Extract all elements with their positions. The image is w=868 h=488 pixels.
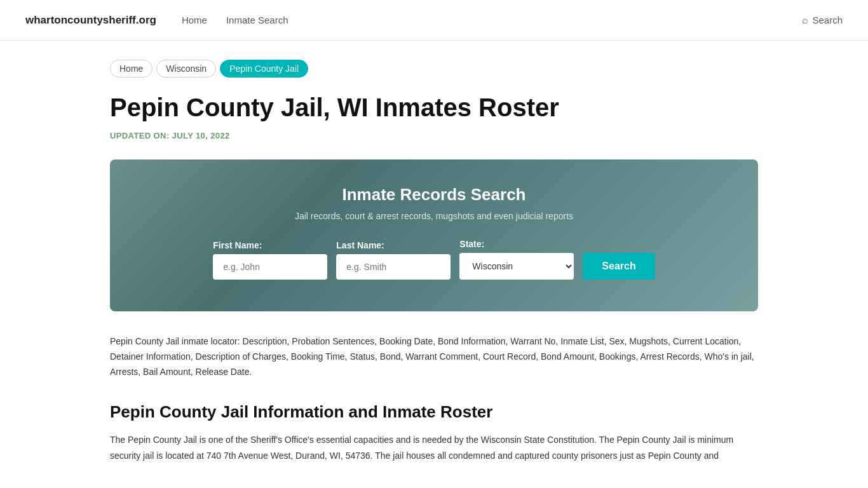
- search-button[interactable]: Search: [583, 253, 654, 280]
- nav-home[interactable]: Home: [182, 15, 207, 25]
- state-group: State: AlabamaAlaskaArizonaArkansasCalif…: [459, 239, 574, 280]
- search-icon: ⌕: [802, 15, 808, 26]
- first-name-label: First Name:: [213, 240, 262, 250]
- first-name-input[interactable]: [213, 254, 327, 280]
- breadcrumb-home[interactable]: Home: [110, 60, 153, 78]
- main-content: Home Wisconsin Pepin County Jail Pepin C…: [85, 41, 783, 488]
- last-name-label: Last Name:: [336, 240, 384, 250]
- info-section-heading: Pepin County Jail Information and Inmate…: [110, 402, 758, 422]
- site-logo[interactable]: whartoncountysheriff.org: [25, 14, 156, 27]
- last-name-input[interactable]: [336, 254, 451, 280]
- search-form: First Name: Last Name: State: AlabamaAla…: [142, 239, 726, 280]
- breadcrumb: Home Wisconsin Pepin County Jail: [110, 60, 758, 78]
- last-name-group: Last Name:: [336, 240, 451, 280]
- first-name-group: First Name:: [213, 240, 327, 280]
- nav-links: Home Inmate Search: [182, 15, 777, 25]
- updated-date: UPDATED ON: JULY 10, 2022: [110, 131, 758, 140]
- breadcrumb-wisconsin[interactable]: Wisconsin: [156, 60, 216, 78]
- search-box-subtitle: Jail records, court & arrest records, mu…: [142, 211, 726, 221]
- breadcrumb-pepin[interactable]: Pepin County Jail: [220, 60, 308, 78]
- site-header: whartoncountysheriff.org Home Inmate Sea…: [0, 0, 868, 41]
- search-box: Inmate Records Search Jail records, cour…: [110, 159, 758, 311]
- header-search-label[interactable]: Search: [812, 15, 843, 25]
- state-select[interactable]: AlabamaAlaskaArizonaArkansasCaliforniaCo…: [459, 253, 574, 280]
- search-box-title: Inmate Records Search: [142, 185, 726, 205]
- nav-inmate-search[interactable]: Inmate Search: [226, 15, 288, 25]
- description-text: Pepin County Jail inmate locator: Descri…: [110, 334, 758, 379]
- state-label: State:: [459, 239, 484, 249]
- page-title: Pepin County Jail, WI Inmates Roster: [110, 93, 758, 122]
- info-section-body: The Pepin County Jail is one of the Sher…: [110, 432, 758, 463]
- header-search[interactable]: ⌕ Search: [802, 15, 843, 26]
